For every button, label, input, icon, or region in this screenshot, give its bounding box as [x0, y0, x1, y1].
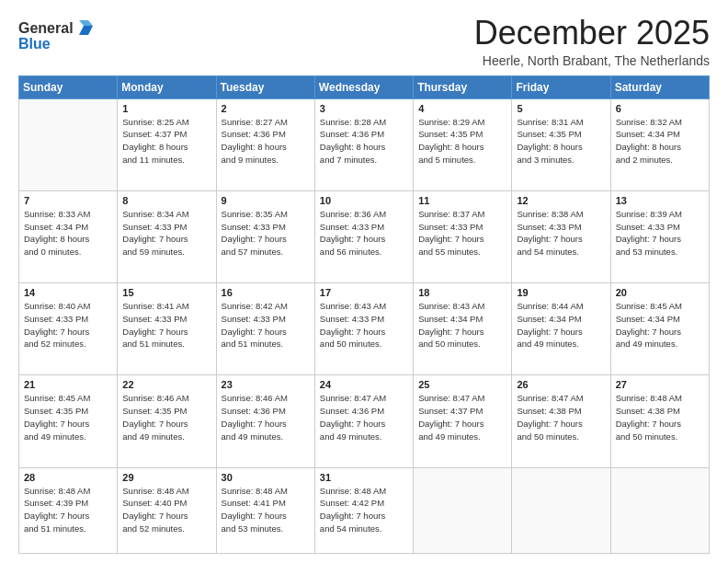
day-number: 5 [517, 103, 605, 114]
location: Heerle, North Brabant, The Netherlands [474, 53, 710, 68]
day-number: 20 [616, 287, 704, 298]
calendar-week-row: 28Sunrise: 8:48 AMSunset: 4:39 PMDayligh… [19, 467, 710, 553]
weekday-header: Wednesday [314, 75, 413, 98]
day-info: Sunrise: 8:32 AMSunset: 4:34 PMDaylight:… [616, 116, 704, 167]
calendar-week-row: 7Sunrise: 8:33 AMSunset: 4:34 PMDaylight… [19, 190, 710, 282]
calendar-cell: 23Sunrise: 8:46 AMSunset: 4:36 PMDayligh… [216, 375, 314, 467]
calendar-cell: 25Sunrise: 8:47 AMSunset: 4:37 PMDayligh… [414, 375, 512, 467]
day-number: 21 [24, 379, 112, 390]
day-info: Sunrise: 8:31 AMSunset: 4:35 PMDaylight:… [517, 116, 605, 167]
day-info: Sunrise: 8:46 AMSunset: 4:36 PMDaylight:… [222, 392, 310, 442]
day-number: 10 [320, 195, 408, 206]
day-info: Sunrise: 8:25 AMSunset: 4:37 PMDaylight:… [122, 116, 210, 167]
calendar-cell: 4Sunrise: 8:29 AMSunset: 4:35 PMDaylight… [414, 98, 512, 190]
calendar-cell: 15Sunrise: 8:41 AMSunset: 4:33 PMDayligh… [118, 283, 216, 375]
day-info: Sunrise: 8:29 AMSunset: 4:35 PMDaylight:… [418, 116, 506, 167]
day-info: Sunrise: 8:37 AMSunset: 4:33 PMDaylight:… [418, 208, 506, 259]
calendar-cell [414, 467, 512, 553]
day-number: 11 [418, 195, 506, 206]
day-number: 17 [320, 287, 408, 298]
calendar-cell: 16Sunrise: 8:42 AMSunset: 4:33 PMDayligh… [216, 283, 314, 375]
day-number: 19 [517, 287, 605, 298]
calendar-cell: 2Sunrise: 8:27 AMSunset: 4:36 PMDaylight… [216, 98, 314, 190]
title-block: December 2025 Heerle, North Brabant, The… [474, 15, 710, 68]
logo: General Blue [18, 18, 96, 52]
day-info: Sunrise: 8:39 AMSunset: 4:33 PMDaylight:… [616, 208, 704, 259]
calendar-cell [610, 467, 709, 553]
calendar-cell [512, 467, 610, 553]
calendar-cell: 21Sunrise: 8:45 AMSunset: 4:35 PMDayligh… [19, 375, 118, 467]
day-info: Sunrise: 8:45 AMSunset: 4:35 PMDaylight:… [24, 392, 112, 442]
calendar-cell [19, 98, 118, 190]
svg-marker-0 [79, 26, 93, 35]
calendar-cell: 20Sunrise: 8:45 AMSunset: 4:34 PMDayligh… [610, 283, 709, 375]
calendar-cell: 19Sunrise: 8:44 AMSunset: 4:34 PMDayligh… [512, 283, 610, 375]
day-info: Sunrise: 8:47 AMSunset: 4:38 PMDaylight:… [517, 392, 605, 442]
day-number: 27 [616, 379, 704, 390]
calendar-cell: 6Sunrise: 8:32 AMSunset: 4:34 PMDaylight… [610, 98, 709, 190]
weekday-header: Monday [118, 75, 216, 98]
day-info: Sunrise: 8:45 AMSunset: 4:34 PMDaylight:… [616, 300, 704, 350]
calendar-cell: 11Sunrise: 8:37 AMSunset: 4:33 PMDayligh… [414, 190, 512, 282]
calendar-cell: 27Sunrise: 8:48 AMSunset: 4:38 PMDayligh… [610, 375, 709, 467]
day-info: Sunrise: 8:48 AMSunset: 4:39 PMDaylight:… [24, 485, 112, 535]
calendar-cell: 29Sunrise: 8:48 AMSunset: 4:40 PMDayligh… [118, 467, 216, 553]
calendar-cell: 26Sunrise: 8:47 AMSunset: 4:38 PMDayligh… [512, 375, 610, 467]
day-info: Sunrise: 8:33 AMSunset: 4:34 PMDaylight:… [24, 208, 112, 259]
day-info: Sunrise: 8:48 AMSunset: 4:40 PMDaylight:… [122, 485, 210, 535]
weekday-header: Saturday [610, 75, 709, 98]
calendar-table: SundayMondayTuesdayWednesdayThursdayFrid… [18, 75, 710, 554]
weekday-header: Friday [512, 75, 610, 98]
calendar-cell: 1Sunrise: 8:25 AMSunset: 4:37 PMDaylight… [118, 98, 216, 190]
calendar-cell: 9Sunrise: 8:35 AMSunset: 4:33 PMDaylight… [216, 190, 314, 282]
calendar-week-row: 1Sunrise: 8:25 AMSunset: 4:37 PMDaylight… [19, 98, 710, 190]
day-info: Sunrise: 8:27 AMSunset: 4:36 PMDaylight:… [222, 116, 310, 167]
calendar-week-row: 21Sunrise: 8:45 AMSunset: 4:35 PMDayligh… [19, 375, 710, 467]
day-info: Sunrise: 8:28 AMSunset: 4:36 PMDaylight:… [320, 116, 408, 167]
day-number: 4 [418, 103, 506, 114]
day-number: 29 [122, 472, 210, 483]
logo-icon [75, 18, 96, 39]
day-info: Sunrise: 8:43 AMSunset: 4:34 PMDaylight:… [418, 300, 506, 350]
header: General Blue December 2025 Heerle, North… [18, 15, 710, 68]
month-title: December 2025 [474, 15, 710, 52]
calendar-header-row: SundayMondayTuesdayWednesdayThursdayFrid… [19, 75, 710, 98]
day-number: 6 [616, 103, 704, 114]
calendar-cell: 18Sunrise: 8:43 AMSunset: 4:34 PMDayligh… [414, 283, 512, 375]
day-info: Sunrise: 8:42 AMSunset: 4:33 PMDaylight:… [222, 300, 310, 350]
calendar-cell: 3Sunrise: 8:28 AMSunset: 4:36 PMDaylight… [314, 98, 413, 190]
calendar-cell: 8Sunrise: 8:34 AMSunset: 4:33 PMDaylight… [118, 190, 216, 282]
calendar-week-row: 14Sunrise: 8:40 AMSunset: 4:33 PMDayligh… [19, 283, 710, 375]
day-number: 3 [320, 103, 408, 114]
day-number: 22 [122, 379, 210, 390]
day-number: 2 [222, 103, 310, 114]
day-info: Sunrise: 8:38 AMSunset: 4:33 PMDaylight:… [517, 208, 605, 259]
day-number: 25 [418, 379, 506, 390]
calendar-cell: 28Sunrise: 8:48 AMSunset: 4:39 PMDayligh… [19, 467, 118, 553]
day-number: 31 [320, 472, 408, 483]
day-info: Sunrise: 8:34 AMSunset: 4:33 PMDaylight:… [122, 208, 210, 259]
day-info: Sunrise: 8:46 AMSunset: 4:35 PMDaylight:… [122, 392, 210, 442]
day-info: Sunrise: 8:47 AMSunset: 4:37 PMDaylight:… [418, 392, 506, 442]
day-info: Sunrise: 8:47 AMSunset: 4:36 PMDaylight:… [320, 392, 408, 442]
calendar-cell: 7Sunrise: 8:33 AMSunset: 4:34 PMDaylight… [19, 190, 118, 282]
day-info: Sunrise: 8:48 AMSunset: 4:38 PMDaylight:… [616, 392, 704, 442]
day-info: Sunrise: 8:44 AMSunset: 4:34 PMDaylight:… [517, 300, 605, 350]
calendar-cell: 13Sunrise: 8:39 AMSunset: 4:33 PMDayligh… [610, 190, 709, 282]
day-number: 13 [616, 195, 704, 206]
day-info: Sunrise: 8:36 AMSunset: 4:33 PMDaylight:… [320, 208, 408, 259]
day-number: 28 [24, 472, 112, 483]
day-number: 8 [122, 195, 210, 206]
day-number: 12 [517, 195, 605, 206]
calendar-cell: 5Sunrise: 8:31 AMSunset: 4:35 PMDaylight… [512, 98, 610, 190]
day-info: Sunrise: 8:40 AMSunset: 4:33 PMDaylight:… [24, 300, 112, 350]
weekday-header: Sunday [19, 75, 118, 98]
day-info: Sunrise: 8:35 AMSunset: 4:33 PMDaylight:… [222, 208, 310, 259]
day-number: 23 [222, 379, 310, 390]
calendar-cell: 22Sunrise: 8:46 AMSunset: 4:35 PMDayligh… [118, 375, 216, 467]
day-number: 26 [517, 379, 605, 390]
calendar-cell: 30Sunrise: 8:48 AMSunset: 4:41 PMDayligh… [216, 467, 314, 553]
weekday-header: Tuesday [216, 75, 314, 98]
page: General Blue December 2025 Heerle, North… [0, 0, 728, 563]
logo-general-text: General [18, 20, 74, 37]
